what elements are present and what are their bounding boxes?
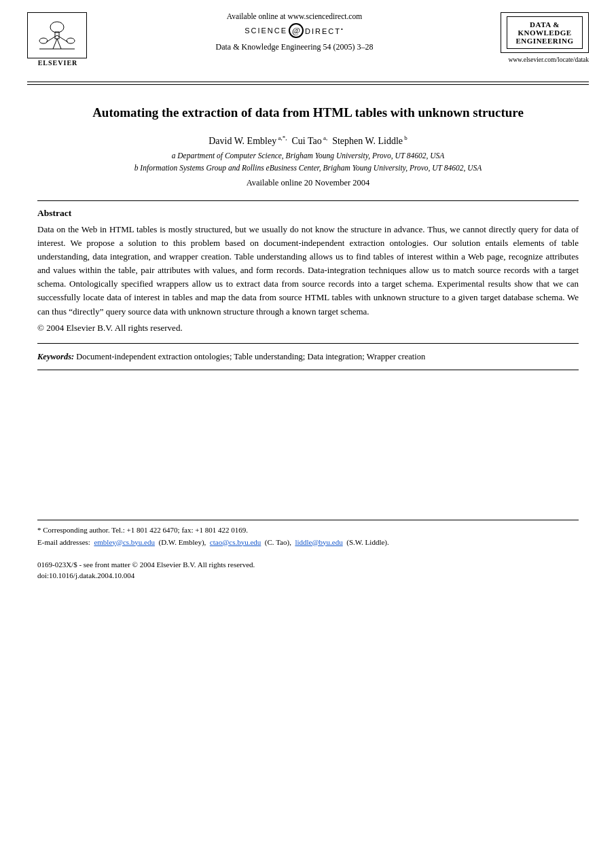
- corresponding-author-footnote: * Corresponding author. Tel.: +1 801 422…: [37, 524, 579, 536]
- section-divider-keywords: [37, 343, 579, 344]
- svg-point-4: [39, 38, 48, 43]
- dke-title-line2: KNOWLEDGE: [513, 29, 577, 37]
- author2-super: a,: [322, 135, 328, 141]
- copyright-text: © 2004 Elsevier B.V. All rights reserved…: [37, 323, 579, 334]
- svg-point-0: [50, 22, 64, 33]
- doi-line: doi:10.1016/j.datak.2004.10.004: [37, 570, 579, 581]
- svg-line-7: [53, 39, 57, 49]
- abstract-section: Abstract Data on the Web in HTML tables …: [37, 208, 579, 334]
- author1-name: David W. Embley: [209, 135, 276, 145]
- page-info-bar: 0169-023X/$ - see front matter © 2004 El…: [0, 554, 616, 581]
- elsevier-label: ELSEVIER: [27, 59, 88, 67]
- keywords-line: Keywords: Document-independent extractio…: [37, 351, 579, 363]
- issn-line: 0169-023X/$ - see front matter © 2004 El…: [37, 559, 579, 571]
- available-date: Available online 20 November 2004: [37, 178, 579, 188]
- keywords-text: Document-independent extraction ontologi…: [76, 352, 425, 361]
- main-content: Automating the extraction of data from H…: [0, 104, 616, 370]
- header: ELSEVIER Available online at www.science…: [0, 0, 616, 77]
- dke-title-line1: DATA &: [513, 20, 577, 29]
- abstract-title: Abstract: [37, 208, 579, 219]
- affiliations: a Department of Computer Science, Brigha…: [37, 150, 579, 174]
- affiliation-b: b Information Systems Group and Rollins …: [37, 162, 579, 174]
- sd-text-right: DIRECT•: [305, 26, 344, 35]
- dke-url: www.elsevier.com/locate/datak: [508, 56, 589, 63]
- header-divider-bottom: [27, 84, 589, 85]
- header-divider-top: [27, 82, 589, 82]
- paper-title: Automating the extraction of data from H…: [37, 104, 579, 122]
- email2-link[interactable]: ctao@cs.byu.edu: [210, 538, 261, 546]
- header-center: Available online at www.sciencedirect.co…: [88, 12, 501, 52]
- svg-line-8: [57, 39, 61, 49]
- footnotes: * Corresponding author. Tel.: +1 801 422…: [0, 520, 616, 548]
- section-divider-bottom: [37, 370, 579, 370]
- author3-super: b: [403, 135, 407, 141]
- affiliation-a: a Department of Computer Science, Brigha…: [37, 150, 579, 162]
- empty-space: [0, 377, 616, 499]
- authors-line: David W. Embley a,*, Cui Tao a, Stephen …: [37, 135, 579, 147]
- author1-super: a,*,: [276, 135, 287, 141]
- header-right: DATA & KNOWLEDGE ENGINEERING www.elsevie…: [501, 12, 589, 63]
- email-footnote-label: E-mail addresses:: [37, 538, 90, 546]
- sciencedirect-logo: SCIENCE @ DIRECT•: [102, 23, 487, 38]
- email2-name: (C. Tao),: [265, 538, 291, 546]
- email3-name: (S.W. Liddle).: [346, 538, 389, 546]
- page: ELSEVIER Available online at www.science…: [0, 0, 616, 841]
- email1-name: (D.W. Embley),: [158, 538, 206, 546]
- dke-box: DATA & KNOWLEDGE ENGINEERING: [501, 12, 589, 53]
- elsevier-logo: ELSEVIER: [27, 12, 88, 67]
- journal-info: Data & Knowledge Engineering 54 (2005) 3…: [102, 42, 487, 52]
- author3-name: Stephen W. Liddle: [332, 135, 403, 145]
- email-footnote: E-mail addresses: embley@cs.byu.edu (D.W…: [37, 537, 579, 548]
- email1-link[interactable]: embley@cs.byu.edu: [94, 538, 155, 546]
- abstract-text: Data on the Web in HTML tables is mostly…: [37, 223, 579, 319]
- author2-name: Cui Tao: [291, 135, 321, 145]
- sd-text-left: SCIENCE: [244, 26, 287, 35]
- svg-point-5: [67, 38, 75, 43]
- email3-link[interactable]: liddle@byu.edu: [295, 538, 342, 546]
- sd-at-icon: @: [289, 23, 304, 38]
- keywords-label: Keywords:: [37, 352, 74, 361]
- section-divider-top: [37, 200, 579, 201]
- dke-title-line3: ENGINEERING: [513, 37, 577, 45]
- available-online-text: Available online at www.sciencedirect.co…: [102, 12, 487, 20]
